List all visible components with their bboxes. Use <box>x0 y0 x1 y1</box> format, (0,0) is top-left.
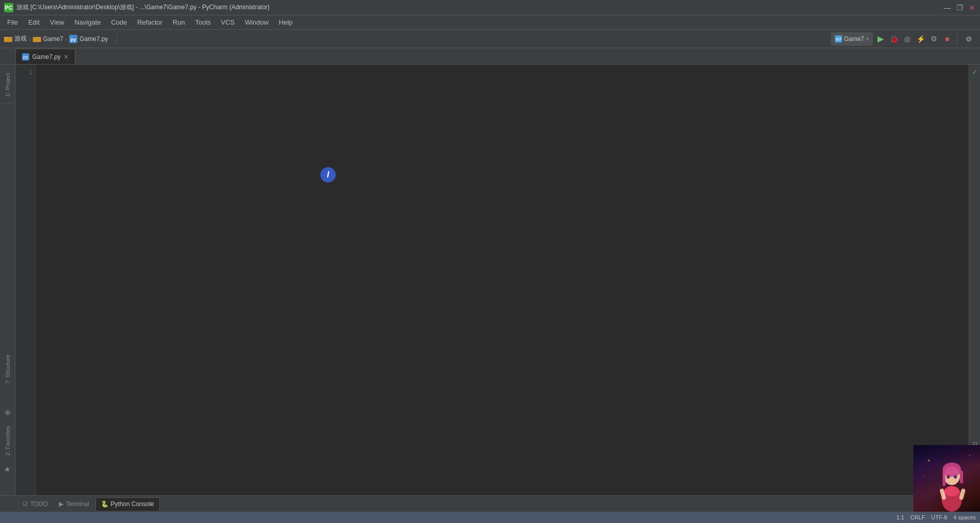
scroll-track-area[interactable] <box>971 78 979 437</box>
menu-code[interactable]: Code <box>106 16 132 28</box>
inspection-ok-icon: ✓ <box>971 67 979 77</box>
breadcrumb-file[interactable]: Game7.py <box>79 35 108 43</box>
python-file-icon: py <box>69 35 77 43</box>
right-sidebar: ✓ Database SciView <box>969 65 980 495</box>
close-button[interactable]: ✕ <box>968 4 976 12</box>
run-button[interactable]: ▶ <box>875 33 886 45</box>
sidebar-star-button[interactable]: ★ <box>2 464 13 475</box>
folder-icon-2 <box>33 35 41 43</box>
main-layout: 1: Project 7: Structure ⊕ 2: Favorites ★… <box>0 65 980 495</box>
menu-edit[interactable]: Edit <box>23 16 45 28</box>
bottom-tab-todo[interactable]: ☑ TODO <box>17 497 53 511</box>
menu-vcs[interactable]: VCS <box>216 16 240 28</box>
cursor-char: I <box>327 170 329 179</box>
title-text: 游戏 [C:\Users\Administrator\Desktop\游戏] -… <box>16 3 270 12</box>
svg-point-17 <box>947 475 950 479</box>
app-icon: PC <box>4 3 13 12</box>
tab-bar: py Game7.py ✕ <box>0 48 980 65</box>
python-console-icon: 🐍 <box>101 500 109 508</box>
toolbar: 游戏 › Game7 › py Game7.py G7 Game7 ▾ ▶ 🐞 … <box>0 30 980 48</box>
run-config-icon: G7 <box>835 35 842 43</box>
tab-label: Game7.py <box>32 53 60 61</box>
toolbar-right: G7 Game7 ▾ ▶ 🐞 ◎ ⚡ ⧉ ■ ⚙ <box>831 32 976 46</box>
menu-refactor[interactable]: Refactor <box>132 16 168 28</box>
svg-text:G7: G7 <box>835 37 841 42</box>
cursor-indicator: I <box>320 167 336 183</box>
python-console-label: Python Console <box>111 500 154 508</box>
sidebar-divider <box>3 104 13 104</box>
line-ending[interactable]: CRLF <box>910 514 925 520</box>
run-with-coverage-button[interactable]: ◎ <box>902 33 913 45</box>
bottom-tab-terminal[interactable]: ▶ Terminal <box>54 497 94 511</box>
title-bar-controls: — ❐ ✕ <box>943 4 976 12</box>
encoding[interactable]: UTF-8 <box>931 514 947 520</box>
menu-view[interactable]: View <box>45 16 69 28</box>
toolbar-sep-1 <box>116 34 117 44</box>
menu-window[interactable]: Window <box>240 16 274 28</box>
profile-button[interactable]: ⚡ <box>915 33 926 45</box>
indent-info[interactable]: 4 spaces <box>953 514 976 520</box>
svg-text:py: py <box>71 37 76 42</box>
stop-button[interactable]: ■ <box>942 33 953 45</box>
svg-point-20 <box>969 455 971 456</box>
editor-tab-game7py[interactable]: py Game7.py ✕ <box>15 49 75 64</box>
status-bar-right: 1:1 CRLF UTF-8 4 spaces <box>896 514 976 520</box>
title-bar: PC 游戏 [C:\Users\Administrator\Desktop\游戏… <box>0 0 980 15</box>
todo-icon: ☑ <box>23 500 28 508</box>
title-bar-left: PC 游戏 [C:\Users\Administrator\Desktop\游戏… <box>4 3 270 12</box>
menu-tools[interactable]: Tools <box>190 16 216 28</box>
line-numbers: 1 <box>15 65 36 495</box>
svg-point-19 <box>928 459 930 461</box>
character-figure <box>913 445 980 512</box>
breadcrumb-game7[interactable]: Game7 <box>43 35 63 43</box>
character-image <box>913 445 980 512</box>
menu-run[interactable]: Run <box>168 16 190 28</box>
terminal-icon: ▶ <box>59 500 64 508</box>
concurrency-diagram-button[interactable]: ⧉ <box>928 33 940 45</box>
maximize-button[interactable]: ❐ <box>955 4 964 12</box>
folder-icon <box>4 35 12 43</box>
breadcrumb-game[interactable]: 游戏 <box>14 34 27 43</box>
svg-text:PC: PC <box>5 5 12 11</box>
toolbar-sep-2 <box>957 34 957 44</box>
left-panel-tabs: 1: Project 7: Structure ⊕ 2: Favorites ★ <box>0 65 15 495</box>
svg-point-21 <box>923 475 924 476</box>
svg-rect-3 <box>4 37 8 38</box>
settings-button[interactable]: ⚙ <box>962 32 976 46</box>
sidebar-item-favorites[interactable]: 2: Favorites <box>3 422 13 459</box>
sidebar-item-structure[interactable]: 7: Structure <box>3 351 13 388</box>
menu-navigate[interactable]: Navigate <box>69 16 106 28</box>
todo-label: TODO <box>30 500 48 508</box>
svg-rect-12 <box>943 471 946 486</box>
sidebar-bottom: 7: Structure ⊕ 2: Favorites ★ <box>2 351 13 495</box>
status-bar: 1:1 CRLF UTF-8 4 spaces <box>0 512 980 523</box>
sidebar-add-button[interactable]: ⊕ <box>2 407 13 418</box>
debug-button[interactable]: 🐞 <box>888 33 900 45</box>
sidebar-item-project[interactable]: 1: Project <box>3 69 13 100</box>
bottom-panel: ☑ TODO ▶ Terminal 🐍 Python Console <box>0 495 980 512</box>
svg-point-16 <box>944 486 959 496</box>
line-number: 1 <box>15 68 32 77</box>
menu-file[interactable]: File <box>2 16 23 28</box>
run-config-name: Game7 <box>844 35 864 43</box>
cursor-position[interactable]: 1:1 <box>896 514 904 520</box>
editor-area[interactable]: I <box>36 65 969 495</box>
tab-file-icon: py <box>22 53 29 61</box>
bottom-tab-python-console[interactable]: 🐍 Python Console <box>95 497 160 511</box>
svg-point-18 <box>954 475 957 479</box>
terminal-label: Terminal <box>66 500 89 508</box>
tab-close-button[interactable]: ✕ <box>64 53 69 61</box>
minimize-button[interactable]: — <box>943 4 951 12</box>
character-background <box>913 445 980 512</box>
menu-bar: File Edit View Navigate Code Refactor Ru… <box>0 15 980 30</box>
svg-rect-13 <box>960 471 963 484</box>
svg-rect-4 <box>33 37 41 42</box>
run-config-selector[interactable]: G7 Game7 ▾ <box>831 32 873 46</box>
menu-help[interactable]: Help <box>274 16 298 28</box>
chevron-down-icon: ▾ <box>866 36 869 42</box>
